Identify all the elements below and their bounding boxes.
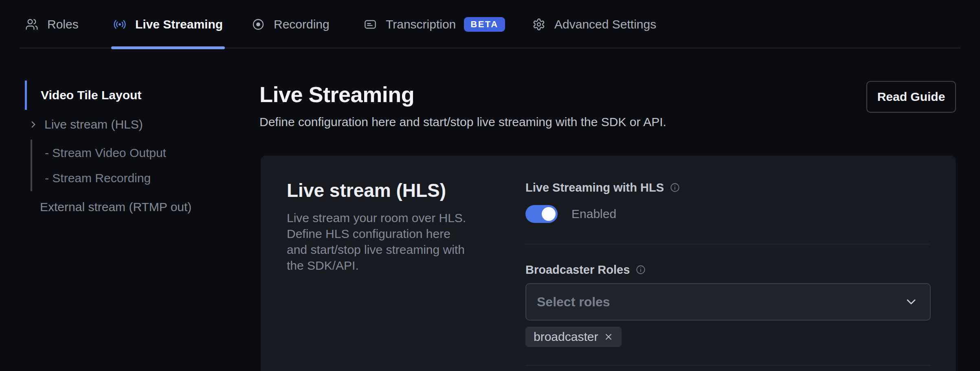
broadcast-icon bbox=[113, 18, 126, 31]
info-icon[interactable] bbox=[670, 182, 680, 193]
page-title: Live Streaming bbox=[259, 83, 414, 106]
role-chip-label: broadcaster bbox=[534, 330, 598, 344]
hls-toggle-row: Enabled bbox=[525, 204, 931, 224]
sidebar-item-live-stream-hls[interactable]: Live stream (HLS) bbox=[20, 116, 248, 133]
page-subtitle: Define configuration here and start/stop… bbox=[259, 114, 666, 130]
roles-select-placeholder: Select roles bbox=[537, 295, 610, 310]
info-icon[interactable] bbox=[635, 264, 646, 275]
record-icon bbox=[252, 18, 265, 31]
tab-advanced-settings[interactable]: Advanced Settings bbox=[532, 0, 656, 48]
users-icon bbox=[25, 18, 38, 31]
section-divider bbox=[525, 365, 931, 366]
section-sidebar: Video Tile Layout Live stream (HLS) - St… bbox=[20, 81, 248, 216]
tab-roles[interactable]: Roles bbox=[25, 0, 79, 48]
hls-toggle-label-row: Live Streaming with HLS bbox=[525, 181, 931, 194]
remove-role-icon[interactable] bbox=[604, 332, 613, 342]
sidebar-item-stream-video-output[interactable]: - Stream Video Output bbox=[45, 144, 248, 162]
sidebar-item-label: Video Tile Layout bbox=[41, 88, 141, 102]
chevron-right-icon bbox=[28, 119, 39, 130]
section-divider bbox=[525, 244, 931, 244]
card-title: Live stream (HLS) bbox=[287, 181, 468, 200]
tab-label: Advanced Settings bbox=[554, 17, 656, 31]
hls-toggle-label: Live Streaming with HLS bbox=[525, 181, 664, 194]
sidebar-item-external-stream-rtmp[interactable]: External stream (RTMP out) bbox=[20, 198, 248, 216]
sidebar-item-label: - Stream Video Output bbox=[45, 146, 166, 160]
gear-icon bbox=[532, 18, 545, 31]
sidebar-item-stream-recording[interactable]: - Stream Recording bbox=[45, 169, 248, 187]
beta-badge: BETA bbox=[464, 17, 505, 32]
chevron-down-icon bbox=[904, 295, 918, 309]
broadcaster-roles-label: Broadcaster Roles bbox=[525, 263, 630, 277]
card-description: Live stream your room over HLS. Define H… bbox=[287, 210, 468, 273]
tab-transcription[interactable]: Transcription BETA bbox=[364, 0, 505, 48]
tab-live-streaming[interactable]: Live Streaming bbox=[113, 0, 223, 48]
tab-recording[interactable]: Recording bbox=[252, 0, 330, 48]
card-description-column: Live stream (HLS) Live stream your room … bbox=[287, 181, 468, 273]
captions-icon bbox=[364, 18, 377, 31]
sidebar-item-label: External stream (RTMP out) bbox=[40, 200, 191, 214]
settings-tabs: Roles Live Streaming Recording Transcrip… bbox=[20, 0, 960, 48]
tab-label: Recording bbox=[274, 17, 330, 31]
sidebar-subgroup: - Stream Video Output - Stream Recording bbox=[31, 140, 248, 191]
toggle-knob bbox=[542, 207, 556, 221]
sidebar-item-video-tile-layout[interactable]: Video Tile Layout bbox=[25, 81, 248, 110]
sidebar-item-label: Live stream (HLS) bbox=[44, 118, 143, 131]
sidebar-item-label: - Stream Recording bbox=[45, 171, 151, 185]
hls-toggle-switch[interactable] bbox=[525, 205, 558, 223]
tab-label: Transcription bbox=[386, 17, 456, 31]
role-chip: broadcaster bbox=[525, 327, 622, 347]
live-stream-hls-card: Live stream (HLS) Live stream your room … bbox=[261, 155, 956, 371]
roles-select[interactable]: Select roles bbox=[525, 283, 931, 321]
card-form-column: Live Streaming with HLS Enabled Broadcas… bbox=[525, 181, 931, 366]
broadcaster-roles-label-row: Broadcaster Roles bbox=[525, 264, 931, 276]
selected-roles-row: broadcaster bbox=[525, 327, 931, 347]
tab-label: Live Streaming bbox=[135, 17, 223, 31]
read-guide-button[interactable]: Read Guide bbox=[866, 81, 956, 113]
hls-toggle-state: Enabled bbox=[571, 207, 616, 221]
tab-label: Roles bbox=[47, 17, 79, 31]
